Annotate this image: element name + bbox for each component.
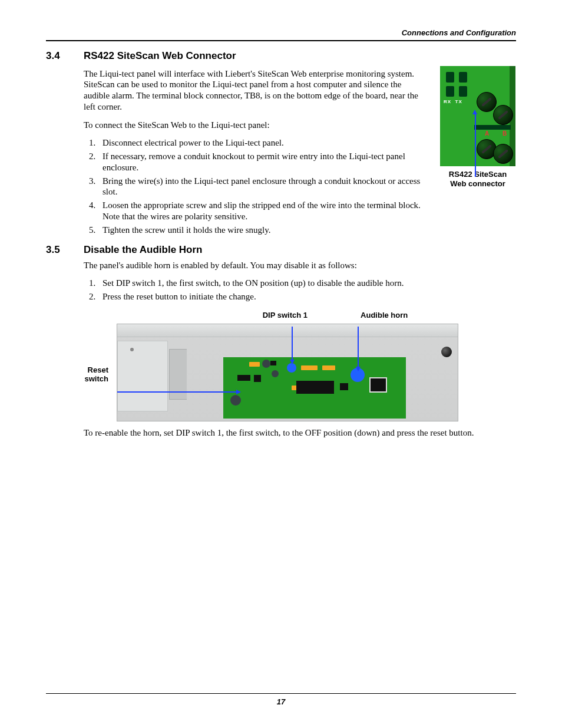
rx-label: RX [444, 99, 451, 104]
figure-caption: RS422 SiteScan Web connector [449, 170, 507, 189]
section-3-5-body: The panel's audible horn is enabled by d… [84, 260, 516, 439]
list-item: Set DIP switch 1, the first switch, to t… [98, 278, 516, 289]
leader-line [292, 327, 293, 363]
list-item: If necessary, remove a conduit knockout … [98, 151, 429, 173]
leader-line [475, 112, 476, 177]
figure-dip-switch: Reset switch DIP switch 1 Audible horn [84, 311, 516, 421]
leader-line [117, 391, 240, 393]
page: Connections and Configuration 3.4 RS422 … [0, 0, 562, 728]
paragraph: The panel's audible horn is enabled by d… [84, 260, 516, 271]
paragraph: The Liqui-tect panel will interface with… [84, 68, 429, 113]
leader-line [358, 327, 359, 370]
paragraph: To re-enable the horn, set DIP switch 1,… [84, 427, 516, 439]
list-item: Loosen the appropriate screw and slip th… [98, 200, 429, 222]
screw-icon [441, 347, 452, 357]
section-3-5-heading: 3.5 Disable the Audible Horn [46, 243, 516, 256]
enclosure-graphic [117, 324, 458, 421]
page-footer: 17 [46, 689, 516, 707]
section-3-4-body: The Liqui-tect panel will interface with… [84, 66, 516, 244]
footer-rule [46, 693, 516, 694]
list-item: Disconnect electrical power to the Liqui… [98, 137, 429, 149]
pcb-graphic: RX TX A B [440, 66, 515, 166]
numbered-list: Set DIP switch 1, the first switch, to t… [84, 278, 516, 302]
b-label: B [503, 130, 507, 137]
a-label: A [485, 130, 489, 137]
numbered-list: Disconnect electrical power to the Liqui… [84, 137, 429, 235]
section-title: RS422 SiteScan Web Connector [84, 50, 516, 62]
reset-switch-label: Reset switch [49, 366, 108, 384]
figure-rs422-connector: RX TX A B RS422 SiteSca [439, 66, 516, 189]
terminal-port-icon [493, 144, 513, 164]
tx-label: TX [455, 99, 462, 104]
terminal-port-icon [493, 105, 513, 125]
page-number: 17 [46, 697, 516, 707]
list-item: Bring the wire(s) into the Liqui-tect pa… [98, 176, 429, 198]
running-head: Connections and Configuration [46, 28, 516, 38]
list-item: Press the reset button to initiate the c… [98, 291, 516, 302]
list-item: Tighten the screw until it holds the wir… [98, 225, 429, 236]
header-rule [46, 40, 516, 41]
section-number: 3.4 [46, 50, 81, 62]
section-number: 3.5 [46, 243, 81, 256]
dip-switch-label: DIP switch 1 [263, 311, 308, 320]
paragraph: To connect the SiteScan Web to the Liqui… [84, 120, 429, 131]
dip-switch-marker-icon [287, 363, 296, 373]
audible-horn-label: Audible horn [361, 311, 408, 320]
section-title: Disable the Audible Horn [84, 243, 516, 256]
section-3-4-heading: 3.4 RS422 SiteScan Web Connector [46, 50, 516, 62]
terminal-port-icon [477, 92, 497, 112]
